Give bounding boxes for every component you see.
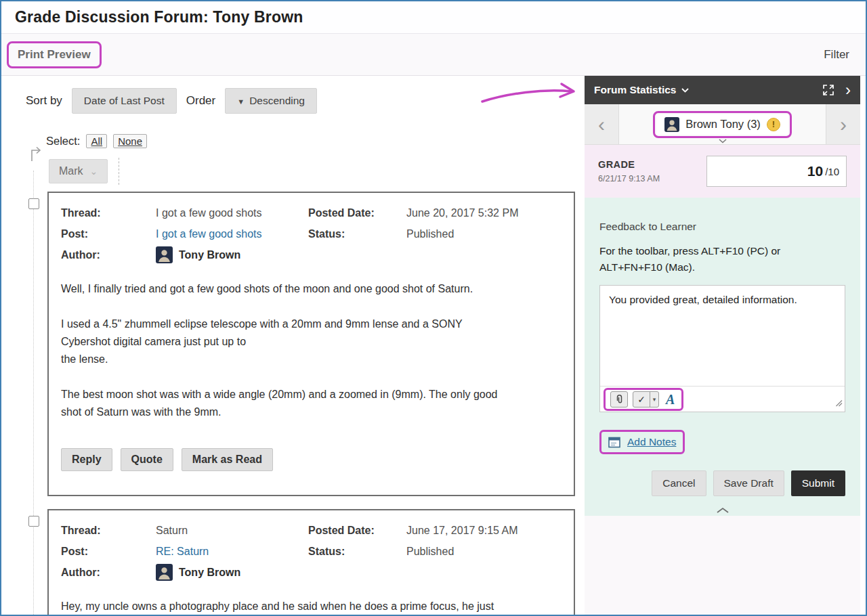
collapse-grading-panel-icon[interactable] <box>599 507 845 513</box>
sort-order-bar: Sort by Date of Last Post Order ▼Descend… <box>26 88 317 114</box>
select-bar: Select: All None <box>46 134 147 148</box>
status-value: Published <box>406 225 562 243</box>
mark-bar: Mark ⌄ <box>49 158 119 185</box>
author-label: Author: <box>61 563 156 581</box>
author-label: Author: <box>61 246 156 264</box>
chevron-down-icon: ⌄ <box>90 166 98 177</box>
post-paragraph: I used a 4.5" zhummell eclipse telescope… <box>61 315 562 368</box>
quote-button[interactable]: Quote <box>121 448 173 471</box>
editor-toolbar-hint: For the toolbar, press ALT+F10 (PC) or A… <box>599 243 845 276</box>
post-select-checkbox[interactable] <box>28 516 39 527</box>
forum-statistics-title[interactable]: Forum Statistics <box>594 84 689 96</box>
student-avatar <box>664 117 679 132</box>
add-notes-link[interactable]: Add Notes <box>627 436 676 448</box>
grade-out-of: /10 <box>825 166 839 177</box>
editor-toolbar: ✓ ▾ A <box>600 386 845 412</box>
posted-date-label: Posted Date: <box>308 204 406 222</box>
author-name: Tony Brown <box>179 563 240 581</box>
post-title-link[interactable]: I got a few good shots <box>156 228 262 240</box>
cancel-button[interactable]: Cancel <box>652 470 706 496</box>
expand-panel-icon[interactable] <box>822 84 834 96</box>
reply-button[interactable]: Reply <box>61 448 112 471</box>
sort-by-label: Sort by <box>26 94 62 108</box>
grade-section: GRADE 6/21/17 9:13 AM 10 /10 <box>585 145 860 198</box>
author-name: Tony Brown <box>179 246 240 264</box>
forum-statistics-header: Forum Statistics › <box>585 76 860 104</box>
thread-value: I got a few good shots <box>156 204 308 222</box>
student-selector-highlight: Brown Tony (3) ! <box>653 111 792 138</box>
grade-timestamp: 6/21/17 9:13 AM <box>598 174 660 183</box>
status-label: Status: <box>308 225 406 243</box>
posted-date-value: June 20, 2017 5:32 PM <box>406 204 562 222</box>
select-label: Select: <box>46 135 80 148</box>
needs-grading-icon: ! <box>767 118 780 131</box>
spellcheck-dropdown-icon[interactable]: ▾ <box>650 392 658 407</box>
grading-actions: Cancel Save Draft Submit <box>599 470 845 496</box>
select-all-link[interactable]: All <box>86 134 107 148</box>
thread-value: Saturn <box>156 521 308 540</box>
notes-icon <box>608 437 621 448</box>
mark-dropdown-button[interactable]: Mark ⌄ <box>49 159 108 183</box>
posted-date-label: Posted Date: <box>308 521 406 540</box>
page-header: Grade Discussion Forum: Tony Brown <box>1 1 866 34</box>
filter-button[interactable]: Filter <box>824 48 849 62</box>
post-body: Well, I finally tried and got a few good… <box>61 280 562 421</box>
mark-as-read-button[interactable]: Mark as Read <box>182 448 273 471</box>
feedback-heading: Feedback to Learner <box>599 221 845 233</box>
print-preview-highlight: Print Preview <box>7 41 102 68</box>
post-actions: Reply Quote Mark as Read <box>61 448 562 471</box>
print-preview-button[interactable]: Print Preview <box>11 44 98 66</box>
tree-connector-arrow-icon <box>28 145 43 162</box>
post-label: Post: <box>61 225 156 243</box>
status-value: Published <box>406 542 562 560</box>
posted-date-value: June 17, 2017 9:15 AM <box>406 521 562 540</box>
spellcheck-button[interactable]: ✓ ▾ <box>633 391 659 408</box>
post-select-checkbox[interactable] <box>28 198 39 209</box>
editor-resize-handle[interactable] <box>834 397 843 410</box>
selection-guide-line <box>33 171 34 615</box>
student-name: Brown Tony (3) <box>685 118 761 131</box>
action-bar: Print Preview Filter <box>1 34 866 76</box>
add-notes-highlight: Add Notes <box>599 430 685 454</box>
text-style-icon[interactable]: A <box>664 392 677 408</box>
grade-label: GRADE <box>598 159 660 170</box>
annotation-arrow <box>480 80 583 110</box>
status-label: Status: <box>308 542 406 560</box>
feedback-section: Feedback to Learner For the toolbar, pre… <box>585 198 860 516</box>
order-label: Order <box>186 94 215 108</box>
feedback-text-input[interactable]: You provided great, detailed information… <box>600 286 845 387</box>
next-student-button[interactable]: › <box>826 104 860 144</box>
author-avatar <box>156 246 173 263</box>
spellcheck-icon: ✓ <box>633 392 650 407</box>
save-draft-button[interactable]: Save Draft <box>713 470 784 496</box>
submit-button[interactable]: Submit <box>791 470 845 496</box>
student-navigator: ‹ Brown Tony (3) ! › <box>585 104 860 145</box>
post-paragraph: Hey, my uncle owns a photography place a… <box>61 598 562 615</box>
descending-arrow-icon: ▼ <box>237 97 245 106</box>
post-paragraph: The best moon shot was with a wide angle… <box>61 386 562 421</box>
thread-label: Thread: <box>61 521 156 540</box>
grade-input[interactable]: 10 /10 <box>706 156 847 187</box>
post-label: Post: <box>61 542 156 560</box>
collapse-panel-icon[interactable]: › <box>845 82 851 98</box>
post-meta: Thread: I got a few good shots Posted Da… <box>61 204 562 264</box>
previous-student-button[interactable]: ‹ <box>585 104 618 144</box>
order-button[interactable]: ▼Descending <box>225 88 317 114</box>
discussion-post: Thread: I got a few good shots Posted Da… <box>47 192 575 496</box>
post-meta: Thread: Saturn Posted Date: June 17, 201… <box>61 521 562 581</box>
grade-score: 10 <box>807 163 823 179</box>
post-body: Hey, my uncle owns a photography place a… <box>61 598 562 615</box>
select-none-link[interactable]: None <box>113 134 147 148</box>
grade-discussion-forum-page: Grade Discussion Forum: Tony Brown Print… <box>0 0 867 616</box>
post-paragraph: Well, I finally tried and got a few good… <box>61 280 562 298</box>
editor-toolbar-highlight: ✓ ▾ A <box>604 388 683 411</box>
student-selector-area: Brown Tony (3) ! <box>618 104 826 144</box>
feedback-editor: You provided great, detailed information… <box>599 285 845 412</box>
student-selector-button[interactable]: Brown Tony (3) ! <box>656 114 788 135</box>
post-title-link[interactable]: RE: Saturn <box>156 546 209 557</box>
chevron-down-icon[interactable] <box>719 139 727 144</box>
page-title: Grade Discussion Forum: Tony Brown <box>15 8 303 26</box>
attach-file-icon[interactable] <box>610 391 628 408</box>
sort-by-button[interactable]: Date of Last Post <box>72 88 177 114</box>
forum-statistics-panel: Forum Statistics › ‹ <box>585 76 860 615</box>
